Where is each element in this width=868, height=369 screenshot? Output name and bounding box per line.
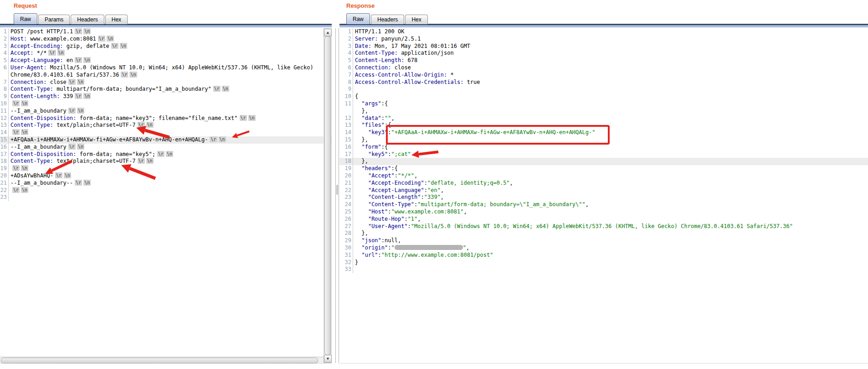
crlf-token: \n (166, 151, 173, 157)
line-number: 10 (0, 100, 9, 108)
code-line: 28 }, (339, 230, 868, 237)
tab-headers[interactable]: Headers (371, 15, 404, 24)
tab-raw[interactable]: Raw (346, 13, 370, 24)
tab-params[interactable]: Params (38, 15, 70, 24)
line-number: 11 (0, 108, 9, 115)
code-line: 16--I_am_a_boundary\r\n (0, 144, 332, 151)
code-line: 12 "data":"", (339, 115, 868, 122)
crlf-token: \n (222, 86, 229, 92)
code-line: 15+AFQAaA-i+AHMAXw-i+AHMAXw-fi+AGw-e+AF8… (0, 136, 332, 144)
line-number: 14 (0, 129, 9, 136)
code-line: 3Date: Mon, 17 May 2021 08:01:16 GMT (339, 43, 868, 50)
tab-hex[interactable]: Hex (405, 15, 427, 24)
crlf-token: \r (12, 129, 20, 135)
code-line: 24 "Content-Type":"multipart/form-data; … (339, 201, 868, 208)
code-line: 2Host: www.example.com:8081\r\n (0, 36, 332, 43)
crlf-token: \n (146, 158, 154, 164)
crlf-token: \n (83, 180, 91, 186)
crlf-token: \n (77, 108, 84, 114)
line-number: 26 (339, 216, 353, 223)
crlf-token: \r (138, 158, 145, 164)
tab-headers[interactable]: Headers (71, 15, 104, 24)
code-line: 9Content-Length: 339\r\n (0, 93, 332, 100)
code-line: 6User-Agent: Mozilla/5.0 (Windows NT 10.… (0, 64, 332, 72)
request-horizontal-scrollbar[interactable] (0, 357, 324, 363)
code-line: 1HTTP/1.1 200 OK (339, 28, 868, 36)
line-number: 4 (0, 50, 9, 57)
request-hscrollbar-thumb[interactable] (1, 358, 318, 364)
code-line: 21--I_am_a_boundary--\r\n (0, 180, 332, 187)
line-number: 19 (339, 165, 353, 172)
redacted-value (395, 245, 463, 250)
crlf-token: \r (68, 79, 76, 85)
line-number: 28 (339, 230, 353, 237)
request-scrollbar-thumb[interactable] (324, 36, 331, 355)
request-vertical-scrollbar[interactable]: ▲ ▼ (324, 28, 331, 363)
code-line: 7Connection: close\r\n (0, 79, 332, 86)
tab-hex[interactable]: Hex (105, 15, 128, 24)
line-number: 9 (0, 93, 9, 100)
code-line: 23 "Content-Length":"339", (339, 194, 868, 201)
line-number: 16 (339, 144, 353, 151)
crlf-token: \n (248, 115, 256, 121)
line-number: 6 (339, 64, 353, 72)
code-line: 15 }, (339, 136, 868, 144)
code-line: 14 "key3":"+AFQAaA-i+AHMAXw-i+AHMAXw-fi+… (339, 129, 868, 136)
line-number: 3 (0, 43, 9, 50)
response-panel: Response RawHeadersHex 1HTTP/1.1 200 OK2… (339, 0, 868, 364)
code-line: 32} (339, 259, 868, 266)
line-number: 4 (339, 50, 353, 57)
response-raw-viewer[interactable]: 1HTTP/1.1 200 OK2Server: panyun/2.5.13Da… (339, 28, 868, 363)
line-number: 5 (339, 57, 353, 64)
code-line: 4Accept: */*\r\n (0, 50, 332, 57)
crlf-token: \r (55, 172, 62, 178)
code-line: 12Content-Disposition: form-data; name="… (0, 115, 332, 122)
code-line: 23 (0, 194, 332, 201)
line-number: 19 (0, 165, 9, 172)
code-line: 20 "Accept":"*/*", (339, 172, 868, 180)
line-number: 27 (339, 223, 353, 230)
line-number: 13 (339, 122, 353, 129)
crlf-token: \r (12, 100, 20, 106)
scroll-up-arrow-icon[interactable]: ▲ (324, 29, 332, 36)
crlf-token: \n (83, 57, 91, 63)
crlf-token: \n (77, 79, 84, 85)
request-raw-editor[interactable]: 1POST /post HTTP/1.1\r\n2Host: www.examp… (0, 28, 332, 357)
code-line: 29 "json":null, (339, 237, 868, 244)
code-line: 25 "Host":"www.example.com:8081", (339, 208, 868, 216)
line-number: 17 (339, 151, 353, 158)
response-scrollbar-thumb[interactable] (336, 185, 338, 195)
line-number: 33 (339, 266, 353, 273)
crlf-token: \n (146, 122, 154, 128)
line-number: 22 (339, 187, 353, 194)
line-number: 2 (0, 36, 9, 43)
crlf-token: \r (213, 86, 221, 92)
crlf-token: \r (111, 43, 118, 49)
crlf-token: \r (157, 151, 164, 157)
crlf-token: \r (68, 144, 76, 150)
tab-raw[interactable]: Raw (14, 13, 37, 24)
crlf-token: \n (107, 36, 114, 42)
crlf-token: \r (12, 187, 20, 193)
crlf-token: \r (75, 180, 82, 186)
line-number: 8 (0, 86, 9, 93)
code-line: 20+ADsAYwBhAHQ-\r\n (0, 172, 332, 180)
line-number: 5 (0, 57, 9, 64)
line-number: 1 (339, 28, 353, 36)
line-number: 18 (0, 158, 9, 165)
line-number: 20 (339, 172, 353, 180)
code-line: Chrome/83.0.4103.61 Safari/537.36\r\n (0, 72, 332, 79)
scroll-down-arrow-icon[interactable]: ▼ (324, 355, 332, 363)
line-number: 23 (339, 194, 353, 201)
code-line: 7Access-Control-Allow-Origin: * (339, 72, 868, 79)
line-number: 11 (339, 100, 353, 108)
response-vertical-scrollbar[interactable] (335, 28, 339, 363)
line-number: 7 (0, 79, 9, 86)
crlf-token: \n (57, 50, 65, 56)
line-number: 25 (339, 208, 353, 216)
line-number: 23 (0, 194, 9, 201)
crlf-token: \n (83, 93, 91, 99)
code-line: 30 "origin":"", (339, 244, 868, 252)
line-number: 17 (0, 151, 9, 158)
code-line: 4Content-Type: application/json (339, 50, 868, 57)
